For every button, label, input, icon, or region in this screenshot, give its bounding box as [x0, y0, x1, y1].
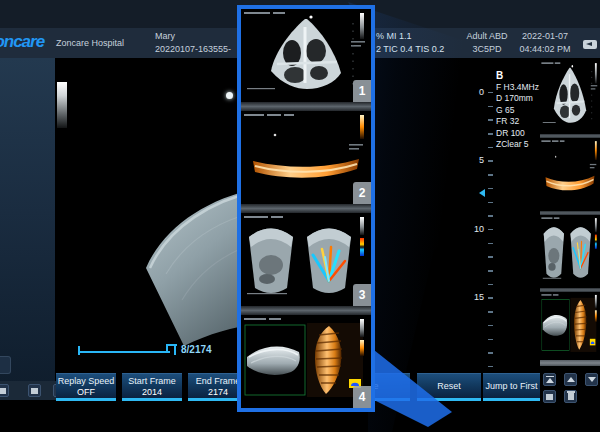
thumb-number-badge: 1: [353, 80, 371, 102]
thermal-index-readout: 2 TIC 0.4 TIS 0.2: [376, 44, 444, 54]
focus-position-icon: [479, 189, 485, 197]
clipped-tool-icon[interactable]: [0, 384, 9, 397]
clipped-edge-button[interactable]: [0, 356, 11, 374]
cine-end-tick: [174, 346, 176, 355]
thumb-cardiac[interactable]: 1: [241, 9, 371, 102]
doppler-ultrasound-image: [241, 213, 371, 306]
patient-name: Mary: [155, 31, 175, 41]
depth-label-15: 15: [468, 292, 484, 302]
bmode-frequency: F H3.4MHz: [496, 82, 539, 94]
start-frame-button[interactable]: Start Frame 2014: [122, 373, 182, 398]
3d-ultrasound-image: [241, 315, 371, 408]
exam-preset: Adult ABD: [462, 31, 512, 41]
depth-ruler-ticks: [488, 92, 493, 394]
cine-frame-counter: 8/2174: [181, 344, 212, 355]
bmode-dynamic-range: DR 100: [496, 128, 539, 140]
zoncare-logo: Zoncare: [0, 32, 44, 52]
strip-thumb-3d[interactable]: [540, 292, 600, 360]
thumbnail-strip: [540, 60, 600, 372]
depth-label-10: 10: [468, 224, 484, 234]
strip-thumb-cardiac[interactable]: [540, 60, 600, 133]
print-icon[interactable]: [543, 390, 556, 403]
replay-speed-button[interactable]: Replay Speed OFF: [56, 373, 116, 398]
left-sidebar: [0, 58, 55, 400]
patient-id: 20220107-163555-: [155, 44, 231, 54]
strip-scroll-bar[interactable]: [540, 360, 600, 366]
bmode-title: B: [496, 70, 539, 82]
hospital-name: Zoncare Hospital: [56, 38, 124, 48]
thumb-doppler[interactable]: 3: [241, 213, 371, 306]
usb-status-icon: [583, 40, 597, 49]
thumb-linear[interactable]: 2: [241, 111, 371, 204]
linear-ultrasound-image: [241, 111, 371, 204]
ti-prefix-fragment: 2: [376, 44, 381, 54]
system-time: 04:44:02 PM: [518, 44, 572, 54]
bmode-parameter-block: B F H3.4MHz D 170mm G 65 FR 32 DR 100 ZC…: [496, 70, 539, 151]
strip-thumb-linear[interactable]: [540, 138, 600, 211]
page-down-icon[interactable]: [585, 373, 598, 386]
thumb-number-badge: 3: [353, 284, 371, 306]
panel-separator: [241, 204, 371, 213]
bmode-framerate: FR 32: [496, 116, 539, 128]
panel-separator: [241, 102, 371, 111]
strip-thumb-doppler[interactable]: [540, 215, 600, 288]
bmode-depth: D 170mm: [496, 93, 539, 105]
grayscale-reference-bar: [57, 82, 67, 128]
page-up-icon[interactable]: [564, 373, 577, 386]
thumb-3d[interactable]: 4: [241, 315, 371, 408]
thumb-number-badge: 4: [353, 386, 371, 408]
copy-image-icon[interactable]: [28, 384, 41, 397]
cardiac-ultrasound-image: [241, 9, 371, 102]
probe-name: 3C5PD: [462, 44, 512, 54]
thumb-number-badge: 2: [353, 182, 371, 204]
mi-prefix-fragment: %: [376, 31, 384, 41]
pointer-dot: [226, 92, 233, 99]
bmode-gain: G 65: [496, 105, 539, 117]
depth-label-0: 0: [468, 87, 484, 97]
panel-separator: [241, 306, 371, 315]
ultrasound-review-screen: Zoncare Zoncare Hospital Mary 20220107-1…: [0, 0, 600, 432]
jump-to-top-icon[interactable]: [543, 373, 556, 386]
bmode-zclear: ZClear 5: [496, 139, 539, 151]
cine-progress-bar[interactable]: [78, 351, 170, 353]
jump-to-first-button[interactable]: Jump to First: [483, 373, 540, 398]
trash-icon[interactable]: [564, 390, 577, 403]
mi-readout: % MI 1.1: [376, 31, 412, 41]
depth-label-5: 5: [468, 155, 484, 165]
reset-button[interactable]: Reset: [417, 373, 481, 398]
thumbnail-zoom-panel: 1 2 3 4: [237, 5, 375, 412]
system-date: 2022-01-07: [520, 31, 570, 41]
